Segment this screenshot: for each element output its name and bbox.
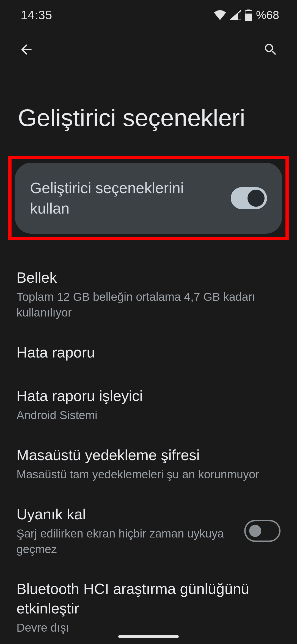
setting-item-memory[interactable]: Bellek Toplam 12 GB belleğin ortalama 4,… — [16, 257, 280, 332]
setting-item-bluetooth-hci-log[interactable]: Bluetooth HCI araştırma günlüğünü etkinl… — [16, 568, 280, 644]
master-toggle-switch[interactable] — [231, 187, 267, 209]
setting-title: Bluetooth HCI araştırma günlüğünü etkinl… — [16, 579, 280, 618]
search-button[interactable] — [261, 40, 280, 59]
wifi-icon — [214, 10, 226, 20]
arrow-left-icon — [19, 42, 34, 57]
setting-subtitle: Android Sistemi — [16, 408, 280, 423]
setting-text: Bellek Toplam 12 GB belleğin ortalama 4,… — [16, 268, 280, 321]
setting-text: Bluetooth HCI araştırma günlüğünü etkinl… — [16, 579, 280, 635]
setting-title: Hata raporu — [16, 343, 280, 362]
setting-title: Uyanık kal — [16, 504, 231, 524]
status-indicators: %68 — [214, 9, 279, 22]
page-title: Geliştirici seçenekleri — [0, 69, 297, 156]
setting-item-desktop-backup-password[interactable]: Masaüstü yedekleme şifresi Masaüstü tam … — [16, 434, 280, 493]
setting-item-bug-report-handler[interactable]: Hata raporu işleyici Android Sistemi — [16, 375, 280, 434]
master-toggle-label: Geliştirici seçeneklerini kullan — [30, 178, 217, 219]
setting-title: Hata raporu işleyici — [16, 386, 280, 405]
signal-icon — [230, 10, 241, 20]
status-time: 14:35 — [21, 8, 52, 22]
svg-rect-2 — [245, 13, 252, 21]
setting-text: Hata raporu — [16, 343, 280, 364]
battery-percentage: %68 — [256, 9, 279, 22]
setting-subtitle: Devre dışı — [16, 620, 280, 636]
setting-text: Masaüstü yedekleme şifresi Masaüstü tam … — [16, 445, 280, 482]
status-bar: 14:35 %68 — [0, 0, 297, 30]
setting-text: Uyanık kal Şarj edilirken ekran hiçbir z… — [16, 504, 231, 557]
settings-list: Bellek Toplam 12 GB belleğin ortalama 4,… — [0, 257, 297, 644]
setting-text: Hata raporu işleyici Android Sistemi — [16, 386, 280, 423]
setting-subtitle: Masaüstü tam yedeklemeleri şu an korunmu… — [16, 467, 280, 482]
toolbar — [0, 30, 297, 69]
setting-item-stay-awake[interactable]: Uyanık kal Şarj edilirken ekran hiçbir z… — [16, 493, 280, 568]
stay-awake-toggle[interactable] — [244, 520, 280, 542]
setting-title: Bellek — [16, 268, 280, 287]
master-toggle-card[interactable]: Geliştirici seçeneklerini kullan — [15, 163, 282, 234]
setting-title: Masaüstü yedekleme şifresi — [16, 445, 280, 465]
battery-icon — [245, 9, 252, 21]
highlight-annotation: Geliştirici seçeneklerini kullan — [8, 156, 289, 241]
setting-subtitle: Toplam 12 GB belleğin ortalama 4,7 GB ka… — [16, 289, 280, 320]
setting-item-bug-report[interactable]: Hata raporu — [16, 332, 280, 375]
setting-subtitle: Şarj edilirken ekran hiçbir zaman uykuya… — [16, 526, 231, 557]
back-button[interactable] — [16, 40, 36, 59]
search-icon — [263, 42, 278, 57]
toggle-knob — [249, 525, 261, 537]
navigation-handle[interactable] — [118, 635, 179, 638]
toggle-knob — [248, 190, 265, 207]
